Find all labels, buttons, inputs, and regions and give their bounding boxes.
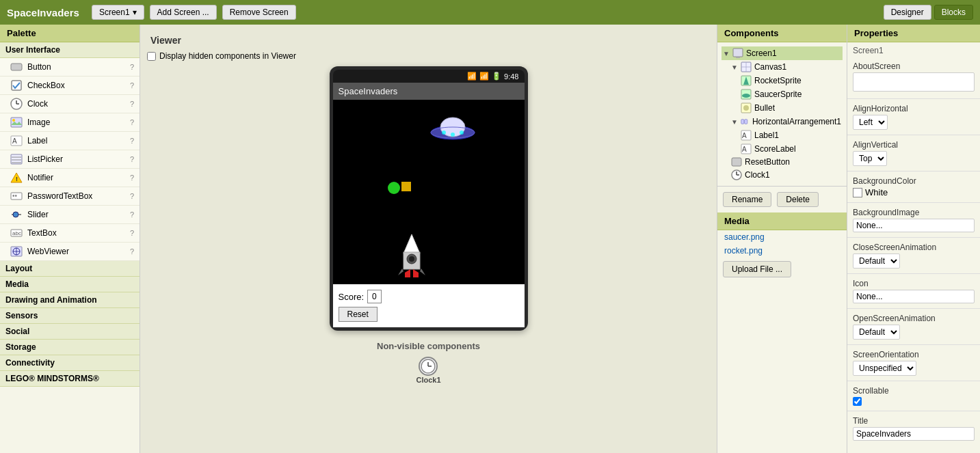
svg-rect-54 (745, 120, 747, 124)
background-color-value: White (865, 187, 888, 197)
label1-label: Label1 (754, 131, 779, 140)
svg-rect-0 (11, 64, 22, 70)
palette-item-label[interactable]: A Label ? (0, 132, 140, 150)
phone-title-bar: SpaceInvaders (333, 83, 525, 100)
non-visible-title: Non-visible components (147, 341, 710, 351)
sprite-icon-bullet (741, 102, 752, 113)
align-vertical-select[interactable]: Top (853, 151, 887, 166)
palette-section-media[interactable]: Media (0, 277, 140, 292)
open-screen-anim-select[interactable]: Default (853, 325, 900, 340)
align-horizontal-select[interactable]: Left (853, 115, 888, 130)
palette-item-clock[interactable]: Clock ? (0, 95, 140, 113)
phone-frame: 📶 📶 🔋 9:48 SpaceInvaders (330, 66, 528, 331)
blocks-button[interactable]: Blocks (934, 5, 973, 20)
icon-input[interactable] (853, 290, 975, 303)
palette-section-social[interactable]: Social (0, 324, 140, 340)
scrollable-checkbox[interactable] (853, 397, 862, 406)
svg-point-30 (460, 131, 464, 135)
clock-palette-icon (10, 97, 23, 111)
comp-screen1[interactable]: ▼ Screen1 (721, 46, 843, 60)
media-file-rocket[interactable]: rocket.png (717, 244, 847, 258)
palette-item-passwordtextbox[interactable]: •• PasswordTextBox ? (0, 187, 140, 206)
textbox-icon: abc (10, 226, 23, 240)
rocket-sprite (398, 233, 425, 274)
scorelabel-label: ScoreLabel (754, 144, 796, 154)
palette-item-image[interactable]: Image ? (0, 113, 140, 132)
comp-resetbutton[interactable]: ResetButton (721, 156, 843, 168)
about-screen-label: AboutScreen (853, 61, 975, 71)
palette-item-textbox[interactable]: abc TextBox ? (0, 224, 140, 243)
score-label: Score: (339, 292, 365, 302)
svg-text:A: A (742, 132, 747, 139)
screen-dropdown[interactable]: Screen1 ▾ (92, 5, 144, 20)
palette-item-button[interactable]: Button ? (0, 58, 140, 77)
comp-canvas1[interactable]: ▼ Canvas1 (721, 60, 843, 74)
comp-scorelabel[interactable]: A ScoreLabel (721, 142, 843, 156)
palette-item-webviewer[interactable]: WebViewer ? (0, 243, 140, 261)
upload-file-button[interactable]: Upload File ... (723, 261, 791, 277)
main-layout: Palette User Interface Button ? CheckBox… (0, 25, 980, 453)
prop-about-screen: AboutScreen (847, 59, 980, 96)
comp-rocketsprite[interactable]: RocketSprite (721, 74, 843, 87)
palette-section-layout[interactable]: Layout (0, 261, 140, 277)
comp-clock1[interactable]: Clock1 (721, 168, 843, 182)
background-image-input[interactable] (853, 219, 975, 232)
comp-label1[interactable]: A Label1 (721, 128, 843, 142)
media-file-saucer[interactable]: saucer.png (717, 230, 847, 244)
align-horizontal-label: AlignHorizontal (853, 104, 975, 113)
score-value: 0 (367, 290, 382, 303)
remove-screen-button[interactable]: Remove Screen (222, 5, 296, 20)
button-icon (10, 60, 23, 74)
palette-item-notifier[interactable]: ! Notifier ? (0, 169, 140, 187)
palette-section-lego[interactable]: LEGO® MINDSTORMS® (0, 371, 140, 387)
delete-button[interactable]: Delete (777, 192, 819, 207)
palette-section-storage[interactable]: Storage (0, 340, 140, 355)
wifi-icon: 📶 (467, 72, 477, 81)
close-screen-anim-select[interactable]: Default (853, 253, 900, 269)
phone-controls: Score: 0 Reset (333, 284, 525, 327)
designer-button[interactable]: Designer (884, 5, 931, 20)
comp-saucersprite[interactable]: SaucerSprite (721, 87, 843, 101)
display-hidden-row: Display hidden components in Viewer (147, 51, 710, 61)
palette-section-connectivity[interactable]: Connectivity (0, 355, 140, 371)
comp-horizontalarrangement1[interactable]: ▼ HorizontalArrangement1 (721, 115, 843, 128)
screen-orient-select[interactable]: Unspecified (853, 361, 916, 376)
rename-button[interactable]: Rename (723, 192, 771, 207)
right-buttons: Designer Blocks (884, 5, 973, 20)
signal-icon: 📶 (479, 72, 489, 81)
title-prop-input[interactable] (853, 427, 975, 441)
close-screen-anim-label: CloseScreenAnimation (853, 243, 975, 252)
palette-item-checkbox[interactable]: CheckBox ? (0, 77, 140, 95)
saucersprite-label: SaucerSprite (754, 90, 802, 99)
properties-panel: Properties Screen1 AboutScreen AlignHori… (847, 25, 980, 453)
svg-text:abc: abc (12, 230, 21, 236)
prop-title: Title (847, 413, 980, 443)
horizontalarrangement1-label: HorizontalArrangement1 (752, 117, 841, 126)
components-panel: Components ▼ Screen1 ▼ Canvas1 RocketSpr… (717, 25, 847, 453)
svg-point-29 (451, 133, 455, 137)
label-comp-icon: A (741, 130, 752, 141)
palette-title: Palette (0, 25, 140, 42)
prop-scrollable: Scrollable (847, 383, 980, 409)
prop-open-screen-anim: OpenScreenAnimation Default (847, 311, 980, 342)
reset-button[interactable]: Reset (339, 307, 378, 322)
clock1-non-visible: Clock1 (416, 357, 440, 384)
palette-section-ui[interactable]: User Interface (0, 42, 140, 58)
palette-section-sensors[interactable]: Sensors (0, 308, 140, 324)
comp-bullet[interactable]: Bullet (721, 101, 843, 115)
icon-label: Icon (853, 279, 975, 288)
resetbutton-label: ResetButton (745, 157, 790, 167)
palette-section-drawing[interactable]: Drawing and Animation (0, 292, 140, 308)
clock-comp-icon (731, 169, 742, 180)
app-title: SpaceInvaders (7, 7, 79, 18)
palette-item-slider[interactable]: Slider ? (0, 206, 140, 224)
palette-item-listpicker[interactable]: ListPicker ? (0, 150, 140, 169)
layout-icon (741, 116, 750, 127)
prop-align-vertical: AlignVertical Top (847, 137, 980, 169)
display-hidden-checkbox[interactable] (147, 52, 156, 61)
svg-point-6 (12, 119, 15, 122)
clock1-label: Clock1 (416, 376, 440, 384)
about-screen-input[interactable] (853, 72, 975, 92)
add-screen-button[interactable]: Add Screen ... (150, 5, 217, 20)
svg-marker-36 (420, 269, 425, 275)
